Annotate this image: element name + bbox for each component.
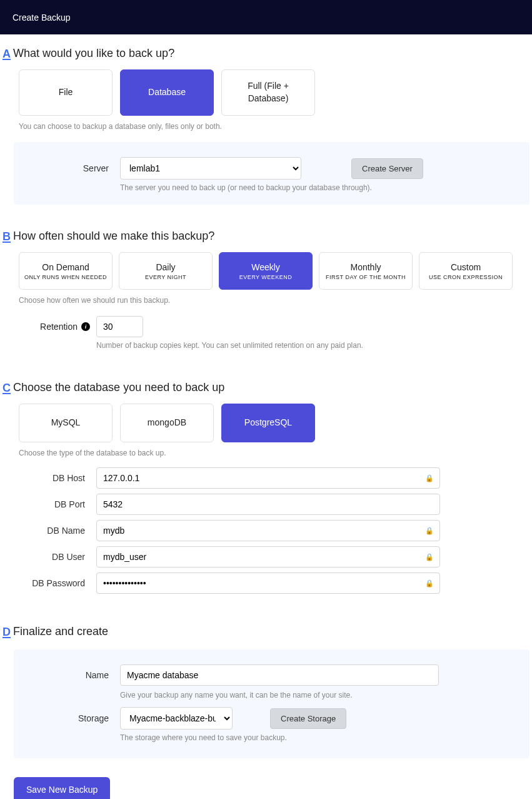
db-user-input[interactable]: [96, 546, 440, 567]
section-c-title: Choose the database you need to back up: [13, 381, 224, 394]
section-b-title: How often should we make this backup?: [13, 230, 214, 243]
frequency-hint: Choose how often we should run this back…: [19, 296, 529, 305]
freq-custom-sub: USE CRON EXPRESSION: [429, 274, 503, 280]
retention-help: Number of backup copies kept. You can se…: [96, 341, 529, 350]
lock-icon: 🔒: [425, 527, 434, 535]
db-name-wrap: 🔒: [96, 520, 440, 541]
section-letter-c: C: [3, 382, 11, 394]
db-user-label: DB User: [3, 552, 90, 562]
db-port-input[interactable]: [96, 494, 440, 515]
server-panel: Server lemlab1 Create Server The server …: [14, 142, 529, 205]
db-host-label: DB Host: [3, 473, 90, 483]
freq-daily[interactable]: Daily EVERY NIGHT: [119, 252, 213, 290]
section-letter-d: D: [3, 626, 11, 638]
retention-input[interactable]: [96, 316, 143, 337]
freq-monthly[interactable]: Monthly FIRST DAY OF THE MONTH: [319, 252, 413, 290]
freq-monthly-sub: FIRST DAY OF THE MONTH: [326, 274, 406, 280]
topbar: Create Backup: [0, 0, 532, 34]
backup-type-database[interactable]: Database: [120, 69, 214, 116]
db-mysql[interactable]: MySQL: [19, 404, 113, 442]
server-row: Server lemlab1 Create Server: [26, 157, 517, 180]
section-d-title: Finalize and create: [13, 625, 108, 638]
backup-type-file[interactable]: File: [19, 69, 113, 116]
save-backup-button[interactable]: Save New Backup: [14, 777, 110, 799]
backup-type-hint: You can choose to backup a database only…: [19, 122, 529, 131]
server-label: Server: [26, 163, 114, 173]
lock-icon: 🔒: [425, 579, 434, 588]
db-engine-cards: MySQL mongoDB PostgreSQL: [19, 404, 529, 442]
create-storage-wrap: Create Storage: [270, 708, 517, 729]
storage-select[interactable]: Myacme-backblaze-bucket: [120, 707, 233, 730]
db-mongodb[interactable]: mongoDB: [120, 404, 214, 442]
db-port-label: DB Port: [3, 499, 90, 509]
backup-name-input[interactable]: [120, 664, 439, 686]
lock-icon: 🔒: [425, 474, 434, 482]
create-server-button[interactable]: Create Server: [351, 158, 423, 179]
page-title: Create Backup: [13, 13, 71, 23]
section-d-heading: D Finalize and create: [3, 625, 529, 638]
section-letter-b: B: [3, 231, 11, 242]
db-postgresql[interactable]: PostgreSQL: [221, 404, 315, 442]
backup-type-full[interactable]: Full (File + Database): [221, 69, 315, 116]
server-help: The server you need to back up (or need …: [120, 183, 517, 192]
server-select[interactable]: lemlab1: [120, 157, 301, 180]
section-b-heading: B How often should we make this backup?: [3, 230, 529, 243]
frequency-cards: On Demand ONLY RUNS WHEN NEEDED Daily EV…: [19, 252, 529, 290]
freq-on-demand[interactable]: On Demand ONLY RUNS WHEN NEEDED: [19, 252, 113, 290]
freq-daily-title: Daily: [156, 262, 175, 272]
finalize-panel: Name Give your backup any name you want,…: [14, 649, 529, 758]
info-icon[interactable]: i: [81, 322, 90, 331]
storage-help: The storage where you need to save your …: [120, 733, 517, 742]
backup-name-label: Name: [26, 670, 114, 680]
backup-type-cards: File Database Full (File + Database): [19, 69, 529, 116]
retention-label: Retention: [40, 322, 78, 332]
save-wrap: Save New Backup: [14, 777, 529, 799]
storage-row: Storage Myacme-backblaze-bucket Create S…: [26, 707, 517, 730]
db-form: DB Host 🔒 DB Port DB Name 🔒 DB User 🔒: [3, 467, 529, 594]
db-name-label: DB Name: [3, 526, 90, 536]
freq-weekly[interactable]: Weekly EVERY WEEKEND: [219, 252, 313, 290]
backup-name-help: Give your backup any name you want, it c…: [120, 691, 517, 700]
retention-label-wrap: Retention i: [3, 322, 90, 332]
freq-custom[interactable]: Custom USE CRON EXPRESSION: [419, 252, 513, 290]
section-a-heading: A What would you like to back up?: [3, 47, 529, 60]
freq-weekly-sub: EVERY WEEKEND: [239, 274, 293, 280]
retention-row: Retention i: [3, 316, 529, 337]
section-letter-a: A: [3, 48, 11, 59]
freq-monthly-title: Monthly: [350, 262, 381, 272]
freq-daily-sub: EVERY NIGHT: [145, 274, 186, 280]
freq-weekly-title: Weekly: [251, 262, 280, 272]
db-engine-hint: Choose the type of the database to back …: [19, 449, 529, 457]
storage-label: Storage: [26, 713, 114, 723]
create-server-wrap: Create Server: [351, 158, 517, 179]
create-storage-button[interactable]: Create Storage: [270, 708, 346, 729]
db-host-wrap: 🔒: [96, 467, 440, 489]
freq-on-demand-title: On Demand: [42, 262, 89, 272]
db-password-label: DB Password: [3, 578, 90, 588]
lock-icon: 🔒: [425, 553, 434, 561]
db-user-wrap: 🔒: [96, 546, 440, 567]
content: A What would you like to back up? File D…: [0, 47, 532, 799]
section-c-heading: C Choose the database you need to back u…: [3, 381, 529, 394]
freq-on-demand-sub: ONLY RUNS WHEN NEEDED: [24, 274, 107, 280]
freq-custom-title: Custom: [451, 262, 481, 272]
db-password-wrap: 🔒: [96, 573, 440, 594]
db-password-input[interactable]: [96, 573, 440, 594]
section-a-title: What would you like to back up?: [13, 47, 174, 60]
db-host-input[interactable]: [96, 467, 440, 489]
db-name-input[interactable]: [96, 520, 440, 541]
